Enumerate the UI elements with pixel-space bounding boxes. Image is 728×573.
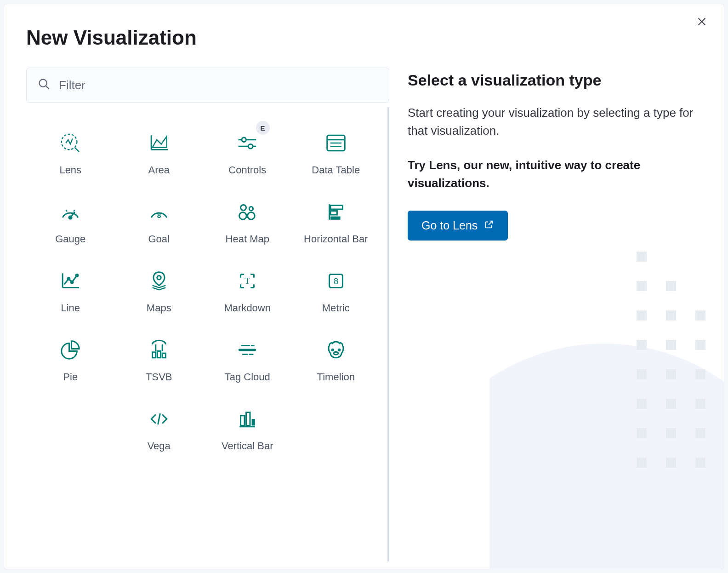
svg-rect-11	[330, 206, 342, 209]
goal-icon: 8	[148, 200, 170, 224]
viz-label: Controls	[228, 164, 266, 176]
lens-icon	[59, 131, 81, 155]
svg-point-9	[239, 212, 247, 220]
svg-point-26	[334, 352, 338, 355]
viz-tile-gauge[interactable]: Gauge	[26, 195, 115, 254]
viz-tile-pie[interactable]: Pie	[26, 332, 115, 392]
viz-tile-markdown[interactable]: T Markdown	[203, 264, 292, 323]
markdown-icon: T	[236, 269, 258, 293]
svg-point-16	[76, 275, 78, 277]
svg-point-10	[248, 212, 255, 220]
svg-point-14	[68, 278, 70, 280]
info-panel: Select a visualization type Start creati…	[408, 68, 702, 562]
viz-label: Heat Map	[226, 233, 269, 245]
svg-point-25	[338, 349, 340, 351]
viz-label: Pie	[63, 371, 78, 383]
viz-tile-tsvb[interactable]: TSVB	[115, 332, 204, 392]
svg-text:T: T	[245, 276, 250, 286]
line-chart-icon	[59, 269, 81, 293]
svg-text:8: 8	[333, 276, 338, 286]
area-chart-icon	[148, 131, 170, 155]
close-button[interactable]	[694, 14, 709, 30]
viz-tile-controls[interactable]: E Controls	[203, 126, 292, 185]
go-to-lens-button[interactable]: Go to Lens	[408, 211, 508, 241]
svg-text:8: 8	[157, 212, 161, 219]
viz-label: Goal	[148, 233, 170, 245]
svg-rect-23	[162, 353, 165, 358]
viz-label: Area	[148, 164, 170, 176]
svg-point-17	[157, 276, 161, 280]
svg-point-3	[249, 144, 253, 149]
search-icon	[38, 78, 51, 92]
svg-rect-13	[330, 217, 341, 220]
viz-tile-vertical-bar[interactable]: Vertical Bar	[203, 401, 292, 461]
viz-label: Markdown	[224, 302, 271, 314]
viz-tile-vega[interactable]: Vega	[115, 401, 204, 461]
viz-tile-lens[interactable]: Lens	[26, 126, 115, 185]
controls-icon	[236, 131, 258, 155]
viz-tile-maps[interactable]: Maps	[115, 264, 204, 323]
viz-label: Data Table	[312, 164, 360, 176]
svg-point-0	[40, 80, 47, 87]
metric-icon: 8	[325, 269, 347, 293]
horizontal-bar-icon	[325, 200, 347, 224]
svg-point-24	[332, 349, 334, 351]
info-promo: Try Lens, our new, intuitive way to crea…	[408, 156, 702, 192]
viz-tile-goal[interactable]: 8 Goal	[115, 195, 204, 254]
tsvb-icon	[148, 338, 170, 362]
tag-cloud-icon	[236, 338, 258, 362]
svg-rect-12	[330, 211, 337, 215]
viz-tile-data-table[interactable]: Data Table	[292, 126, 381, 185]
viz-label: Timelion	[317, 371, 355, 383]
viz-label: Lens	[59, 164, 81, 176]
svg-rect-22	[157, 351, 160, 357]
svg-rect-29	[252, 419, 255, 425]
viz-label: Vega	[148, 440, 171, 452]
viz-tile-line[interactable]: Line	[26, 264, 115, 323]
maps-icon	[148, 269, 170, 293]
viz-label: TSVB	[146, 371, 172, 383]
svg-rect-28	[246, 413, 250, 426]
viz-tile-horizontal-bar[interactable]: Horizontal Bar	[292, 195, 381, 254]
dialog-title: New Visualization	[4, 4, 724, 68]
filter-input[interactable]	[59, 78, 378, 92]
experimental-badge: E	[256, 121, 270, 135]
visualization-type-panel: Lens Area E	[26, 68, 389, 562]
viz-label: Line	[61, 302, 80, 314]
viz-tile-heat-map[interactable]: Heat Map	[203, 195, 292, 254]
svg-rect-21	[152, 352, 155, 358]
gauge-icon	[59, 200, 81, 224]
viz-tile-timelion[interactable]: Timelion	[292, 332, 381, 392]
svg-point-8	[249, 207, 253, 211]
viz-label: Vertical Bar	[222, 440, 273, 452]
external-link-icon	[484, 219, 494, 232]
cta-label: Go to Lens	[421, 219, 478, 232]
svg-point-2	[242, 138, 246, 142]
vertical-bar-icon	[236, 407, 258, 431]
viz-tile-area[interactable]: Area	[115, 126, 204, 185]
viz-label: Gauge	[55, 233, 85, 245]
code-icon	[148, 407, 170, 431]
info-description: Start creating your visualization by sel…	[408, 104, 702, 140]
svg-rect-27	[241, 416, 245, 426]
viz-label: Horizontal Bar	[304, 233, 368, 245]
viz-tile-tag-cloud[interactable]: Tag Cloud	[203, 332, 292, 392]
info-title: Select a visualization type	[408, 71, 702, 89]
pie-chart-icon	[59, 338, 81, 362]
svg-point-7	[241, 205, 246, 210]
svg-point-15	[71, 281, 73, 283]
table-icon	[325, 131, 347, 155]
filter-field[interactable]	[26, 68, 389, 103]
viz-label: Metric	[322, 302, 350, 314]
new-visualization-dialog: New Visualization	[4, 4, 724, 569]
timelion-icon	[325, 338, 347, 362]
close-icon	[697, 21, 706, 28]
viz-label: Maps	[147, 302, 171, 314]
viz-label: Tag Cloud	[225, 371, 270, 383]
heatmap-icon	[236, 200, 258, 224]
viz-tile-metric[interactable]: 8 Metric	[292, 264, 381, 323]
